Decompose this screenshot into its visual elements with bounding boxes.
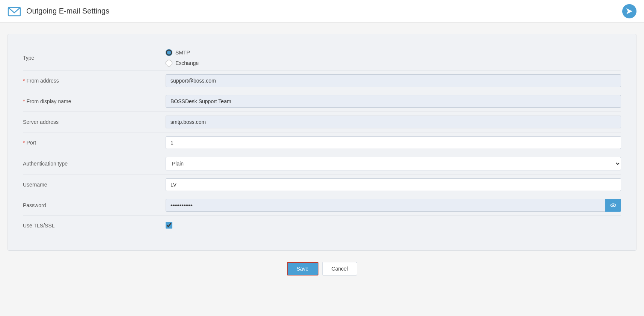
save-button[interactable]: Save	[287, 262, 318, 275]
eye-icon	[610, 202, 617, 209]
password-field	[166, 199, 621, 212]
exchange-option[interactable]: Exchange	[166, 60, 621, 66]
server-address-label: Server address	[23, 119, 166, 125]
header-left: Outgoing E-mail Settings	[8, 5, 109, 18]
page-title: Outgoing E-mail Settings	[26, 7, 109, 15]
port-row: * Port	[23, 132, 621, 153]
password-wrapper	[166, 199, 621, 212]
port-input[interactable]	[166, 136, 621, 149]
required-star-port: *	[23, 140, 25, 146]
svg-marker-1	[626, 8, 632, 14]
auth-type-row: Authentication type Plain Login CRAM-MD5…	[23, 153, 621, 175]
server-address-field	[166, 116, 621, 128]
tls-field	[166, 222, 621, 230]
from-display-name-input[interactable]	[166, 95, 621, 108]
page-header: Outgoing E-mail Settings	[0, 0, 644, 23]
password-row: Password	[23, 195, 621, 216]
from-address-row: * From address	[23, 71, 621, 91]
tls-label: Use TLS/SSL	[23, 223, 166, 229]
email-icon	[8, 5, 21, 18]
form-actions: Save Cancel	[8, 262, 636, 275]
username-label: Username	[23, 182, 166, 188]
tls-row: Use TLS/SSL	[23, 216, 621, 235]
username-input[interactable]	[166, 178, 621, 191]
main-content: Type SMTP Exchange * From ad	[0, 23, 644, 287]
required-star-from-address: *	[23, 78, 25, 84]
server-address-row: Server address	[23, 112, 621, 132]
toggle-password-button[interactable]	[605, 199, 621, 212]
exchange-radio[interactable]	[166, 60, 172, 66]
from-address-field	[166, 74, 621, 87]
cancel-button[interactable]: Cancel	[322, 262, 357, 275]
from-display-name-row: * From display name	[23, 91, 621, 112]
required-star-display-name: *	[23, 98, 25, 104]
smtp-radio[interactable]	[166, 49, 172, 56]
exchange-label: Exchange	[175, 60, 199, 66]
port-label: * Port	[23, 140, 166, 146]
send-button[interactable]	[622, 4, 636, 18]
port-field	[166, 136, 621, 149]
tls-checkbox[interactable]	[166, 222, 172, 229]
from-address-label: * From address	[23, 78, 166, 84]
username-field	[166, 178, 621, 191]
send-icon	[626, 8, 633, 15]
type-radio-group: SMTP Exchange	[166, 49, 621, 66]
smtp-option[interactable]: SMTP	[166, 49, 621, 56]
svg-point-3	[612, 205, 614, 206]
auth-type-select[interactable]: Plain Login CRAM-MD5 None	[166, 157, 621, 170]
form-card: Type SMTP Exchange * From ad	[8, 34, 636, 251]
auth-type-field: Plain Login CRAM-MD5 None	[166, 157, 621, 170]
username-row: Username	[23, 175, 621, 195]
type-field: SMTP Exchange	[166, 49, 621, 66]
from-display-name-field	[166, 95, 621, 108]
server-address-input[interactable]	[166, 116, 621, 128]
from-display-name-label: * From display name	[23, 98, 166, 104]
type-row: Type SMTP Exchange	[23, 45, 621, 71]
smtp-label: SMTP	[175, 50, 190, 56]
password-label: Password	[23, 202, 166, 208]
auth-type-label: Authentication type	[23, 161, 166, 167]
from-address-input[interactable]	[166, 74, 621, 87]
password-input[interactable]	[166, 199, 605, 212]
type-label: Type	[23, 55, 166, 61]
